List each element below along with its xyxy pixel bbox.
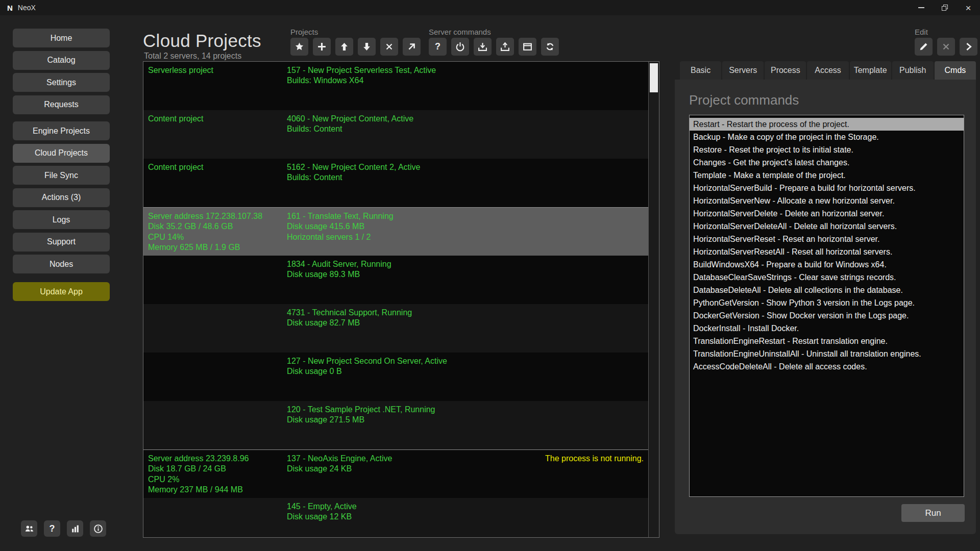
titlebar: N NeoX × <box>0 0 980 15</box>
process-status <box>521 356 648 401</box>
edit-delete-button <box>937 38 955 56</box>
scrollbar[interactable] <box>648 62 659 537</box>
project-info: 127 - New Project Second On Server, Acti… <box>287 356 521 401</box>
delete-project-button[interactable] <box>380 38 398 56</box>
command-item[interactable]: Restore - Reset the project to its initi… <box>690 143 964 156</box>
sidebar-item[interactable]: Engine Projects <box>13 121 110 140</box>
server-info <box>143 405 287 449</box>
command-item[interactable]: DockerInstall - Install Docker. <box>690 322 964 335</box>
tab[interactable]: Process <box>765 61 806 80</box>
project-row[interactable]: Server address 172.238.107.38 Disk 35.2 … <box>143 207 648 256</box>
server-window-button[interactable] <box>519 38 536 56</box>
edit-open-button[interactable] <box>960 38 977 56</box>
project-row[interactable]: 127 - New Project Second On Server, Acti… <box>143 353 648 401</box>
project-row[interactable]: 4731 - Technical Support, Running Disk u… <box>143 304 648 353</box>
close-button[interactable]: × <box>957 0 980 15</box>
process-status <box>521 65 648 110</box>
process-status <box>521 211 648 256</box>
page-subtitle: Total 2 servers, 14 projects <box>144 52 241 61</box>
command-item[interactable]: TranslationEngineRestart - Restart trans… <box>690 335 964 347</box>
sidebar-item[interactable]: Nodes <box>13 255 110 273</box>
command-item[interactable]: DockerGetVersion - Show Docker version i… <box>690 309 964 322</box>
project-info: 4060 - New Project Content, Active Build… <box>287 114 521 159</box>
command-item[interactable]: HorizontalServerDeleteAll - Delete all h… <box>690 220 964 233</box>
close-icon <box>941 42 951 52</box>
server-recycle-button[interactable] <box>541 38 559 56</box>
command-item[interactable]: HorizontalServerReset - Reset an horizon… <box>690 233 964 245</box>
sidebar-item[interactable]: Home <box>13 29 110 47</box>
command-item[interactable]: Backup - Make a copy of the project in t… <box>690 131 964 143</box>
tab[interactable]: Servers <box>722 61 764 80</box>
info-button[interactable] <box>90 520 106 537</box>
server-install-button[interactable] <box>474 38 492 56</box>
tab[interactable]: Cmds <box>935 61 976 80</box>
command-item[interactable]: HorizontalServerDelete - Delete an horiz… <box>690 207 964 220</box>
command-item[interactable]: Restart - Restart the process of the pro… <box>690 118 964 131</box>
help-button[interactable]: ? <box>44 520 60 537</box>
tab[interactable]: Template <box>850 61 891 80</box>
command-item[interactable]: BuildWindowsX64 - Prepare a build for Wi… <box>690 258 964 271</box>
command-item[interactable]: HorizontalServerNew - Allocate a new hor… <box>690 194 964 207</box>
sidebar-bottom-toolbar: ? <box>21 520 106 537</box>
sidebar-item[interactable]: Catalog <box>13 51 110 70</box>
sidebar-item[interactable]: Support <box>13 233 110 252</box>
command-item[interactable]: HorizontalServerBuild - Prepare a build … <box>690 182 964 194</box>
minimize-button[interactable] <box>910 0 933 15</box>
move-up-button[interactable] <box>335 38 353 56</box>
arrow-up-right-icon <box>407 42 416 52</box>
server-upload-button[interactable] <box>496 38 514 56</box>
tab[interactable]: Publish <box>892 61 934 80</box>
server-commands-label: Server commands <box>429 28 559 36</box>
stats-button[interactable] <box>67 520 83 537</box>
edit-button[interactable] <box>915 38 933 56</box>
command-item[interactable]: AccessCodeDeleteAll - Delete all access … <box>690 360 964 373</box>
sidebar-item[interactable]: Requests <box>13 95 110 114</box>
update-app-button[interactable]: Update App <box>13 282 110 301</box>
server-info: Content project <box>143 162 287 207</box>
command-item[interactable]: TranslationEngineUninstallAll - Uninstal… <box>690 347 964 360</box>
server-power-button[interactable] <box>451 38 469 56</box>
add-project-button[interactable] <box>313 38 331 56</box>
close-icon <box>384 42 394 52</box>
favorite-project-button[interactable] <box>290 38 308 56</box>
project-row[interactable]: 1834 - Audit Server, Running Disk usage … <box>143 256 648 304</box>
command-item[interactable]: PythonGetVersion - Show Python 3 version… <box>690 296 964 309</box>
project-info: 161 - Translate Text, Running Disk usage… <box>287 211 521 256</box>
sidebar-item[interactable]: File Sync <box>13 166 110 185</box>
sidebar-item[interactable]: Logs <box>13 210 110 229</box>
project-row[interactable]: Content project 4060 - New Project Conte… <box>143 110 648 159</box>
tab[interactable]: Access <box>807 61 848 80</box>
command-item[interactable]: DatabaseClearSaveStrings - Clear save st… <box>690 271 964 284</box>
command-item[interactable]: Changes - Get the project's latest chang… <box>690 156 964 169</box>
project-info: 4731 - Technical Support, Running Disk u… <box>287 308 521 353</box>
community-button[interactable] <box>21 520 37 537</box>
project-row[interactable]: 145 - Empty, Active Disk usage 12 KB <box>143 498 648 537</box>
move-down-button[interactable] <box>358 38 376 56</box>
project-list-panel: Serverless project 157 - New Project Ser… <box>143 61 659 538</box>
project-info: 137 - NeoAxis Engine, Active Disk usage … <box>287 454 521 498</box>
server-info: Serverless project <box>143 65 287 110</box>
project-details-panel: Basic Servers Process Access Template Pu… <box>675 61 976 534</box>
sidebar-item[interactable]: Cloud Projects <box>13 144 110 163</box>
command-item[interactable]: Template - Make a template of the projec… <box>690 169 964 182</box>
project-row[interactable]: Content project 5162 - New Project Conte… <box>143 159 648 207</box>
open-project-button[interactable] <box>403 38 421 56</box>
project-row[interactable]: 120 - Test Sample Project .NET, Running … <box>143 401 648 449</box>
project-row[interactable]: Server address 23.239.8.96 Disk 18.7 GB … <box>143 449 648 498</box>
project-row[interactable]: Serverless project 157 - New Project Ser… <box>143 62 648 110</box>
sidebar-item[interactable]: Settings <box>13 73 110 92</box>
run-button[interactable]: Run <box>901 504 965 522</box>
tab[interactable]: Basic <box>680 61 721 80</box>
question-icon: ? <box>435 41 440 52</box>
server-info <box>143 308 287 353</box>
command-item[interactable]: DatabaseDeleteAll - Delete all collectio… <box>690 284 964 296</box>
app-logo-icon: N <box>7 4 13 12</box>
question-icon: ? <box>50 523 55 534</box>
sidebar-item[interactable]: Actions (3) <box>13 188 110 207</box>
scrollbar-thumb[interactable] <box>650 63 658 92</box>
server-help-button[interactable]: ? <box>429 38 447 56</box>
command-item[interactable]: HorizontalServerResetAll - Reset all hor… <box>690 245 964 258</box>
commands-tab-body: Project commands Restart - Restart the p… <box>675 80 976 534</box>
process-status <box>521 502 648 537</box>
restore-button[interactable] <box>933 0 957 15</box>
